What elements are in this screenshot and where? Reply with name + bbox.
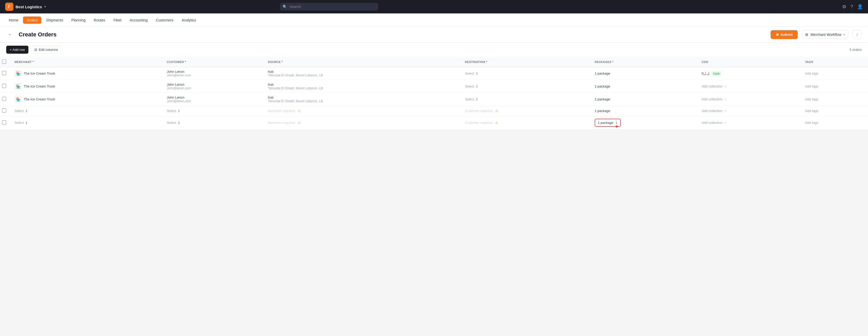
th-cod: COD <box>698 57 801 67</box>
row-checkbox[interactable] <box>2 71 6 75</box>
source-cell: Merchant required ⚠ <box>264 106 461 116</box>
source-cell: hub Tahouitat El Ghadir, Mount Lebanon, … <box>264 67 461 80</box>
merchant-name: The Ice Cream Truck <box>24 85 55 88</box>
destination-cell[interactable]: Select ▲▼ <box>461 80 591 93</box>
nav-item-analytics[interactable]: Analytics <box>178 16 200 24</box>
workflow-chevron-icon: ▾ <box>843 33 845 36</box>
nav-item-planning[interactable]: Planning <box>68 16 89 24</box>
tags-cell[interactable]: Add tags <box>801 67 868 80</box>
cod-cell[interactable]: Add collection ⇅ <box>698 116 801 130</box>
packages-cell: 1 package <box>591 80 698 93</box>
destination-chevrons-icon: ▲▼ <box>476 98 478 101</box>
row-checkbox[interactable] <box>2 84 6 88</box>
add-tags-text: Add tags <box>805 85 818 88</box>
source-warning-icon: ⚠ <box>298 109 301 113</box>
source-warning-icon: ⚠ <box>298 121 301 125</box>
merchant-cell[interactable]: Select ▲▼ <box>10 116 163 130</box>
table-row: 🏪 The Ice Cream Truck John Lenon John@le… <box>0 93 868 106</box>
app-chevron-icon: ▾ <box>44 5 46 8</box>
customer-name: John Lenon <box>167 70 259 73</box>
packages-error-indicator <box>616 126 618 128</box>
add-tags-text: Add tags <box>805 121 818 125</box>
cod-cell[interactable]: Add collection ⇅ <box>698 93 801 106</box>
destination-warning-icon: ⚠ <box>495 109 498 113</box>
submit-button[interactable]: ⊕ Submit <box>771 30 798 39</box>
add-collection-text: Add collection <box>702 97 722 101</box>
destination-required-text: Customer required <box>465 109 493 113</box>
tags-cell[interactable]: Add tags <box>801 106 868 116</box>
customer-cell: John Lenon John@lenon.com <box>163 80 264 93</box>
merchant-cell: 🏪 The Ice Cream Truck <box>10 67 163 80</box>
settings-icon[interactable]: ⚙ <box>842 4 846 9</box>
destination-warning-icon: ⚠ <box>495 121 498 125</box>
cod-chevrons-icon: ⇅ <box>724 85 726 88</box>
merchant-cell[interactable]: Select ▲▼ <box>10 106 163 116</box>
destination-chevrons-icon: ▲▼ <box>476 72 478 75</box>
add-collection-text: Add collection <box>702 121 722 125</box>
row-checkbox[interactable] <box>2 108 6 112</box>
tags-cell[interactable]: Add tags <box>801 80 868 93</box>
nav-item-routes[interactable]: Routes <box>90 16 109 24</box>
row-checkbox[interactable] <box>2 97 6 101</box>
source-name: hub <box>268 82 457 87</box>
nav-item-orders[interactable]: Orders <box>23 16 41 24</box>
source-address: Tahouitat El Ghadir, Mount Lebanon, LB <box>268 87 457 90</box>
nav-item-fleet[interactable]: Fleet <box>110 16 125 24</box>
back-button[interactable]: ← <box>6 30 14 39</box>
edit-columns-button[interactable]: ⊟ Edit columns <box>30 46 62 54</box>
cod-chevrons-icon: ⇅ <box>724 98 726 101</box>
search-container: 🔍 <box>280 3 378 10</box>
app-logo[interactable]: F Best Logistics ▾ <box>5 3 46 11</box>
cod-cash-badge: Cash <box>711 71 721 76</box>
source-required-text: Merchant required <box>268 121 295 125</box>
app-name: Best Logistics <box>16 5 42 9</box>
packages-value: 1 package <box>598 121 613 125</box>
help-icon[interactable]: ? <box>850 4 853 9</box>
row-checkbox[interactable] <box>2 120 6 124</box>
tags-cell[interactable]: Add tags <box>801 93 868 106</box>
add-row-button[interactable]: + Add row <box>6 46 28 54</box>
select-all-checkbox[interactable] <box>2 60 6 64</box>
more-options-button[interactable]: ⋮ <box>852 30 862 39</box>
th-checkbox <box>0 57 10 67</box>
packages-chevrons-icon: ▲▼ <box>615 121 618 124</box>
th-customer: CUSTOMER * <box>163 57 264 67</box>
table-row: Select ▲▼ Select ▲▼ Merchant required ⚠ … <box>0 116 868 130</box>
customer-cell[interactable]: Select ▲▼ <box>163 106 264 116</box>
destination-required-text: Customer required <box>465 121 493 125</box>
nav-item-customers[interactable]: Customers <box>152 16 177 24</box>
destination-cell[interactable]: Select ▲▼ <box>461 93 591 106</box>
th-merchant: MERCHANT * <box>10 57 163 67</box>
columns-icon: ⊟ <box>34 48 37 52</box>
source-cell: hub Tahouitat El Ghadir, Mount Lebanon, … <box>264 93 461 106</box>
user-icon[interactable]: 👤 <box>857 4 863 9</box>
source-address: Tahouitat El Ghadir, Mount Lebanon, LB <box>268 99 457 103</box>
customer-cell[interactable]: Select ▲▼ <box>163 116 264 130</box>
customer-name: John Lenon <box>167 96 259 99</box>
packages-cell: 1 package <box>591 67 698 80</box>
add-tags-text: Add tags <box>805 97 818 101</box>
destination-cell[interactable]: Select ▲▼ <box>461 67 591 80</box>
customer-chevrons-icon: ▲▼ <box>178 121 180 124</box>
packages-cell: 1 package <box>591 93 698 106</box>
source-required-text: Merchant required <box>268 109 295 113</box>
merchant-chevrons-icon: ▲▼ <box>25 121 28 124</box>
merchant-name: The Ice Cream Truck <box>24 97 55 101</box>
search-input[interactable] <box>280 3 378 10</box>
packages-highlighted-cell[interactable]: 1 package ▲▼ <box>591 116 698 130</box>
table-body: 🏪 The Ice Cream Truck John Lenon John@le… <box>0 67 868 130</box>
nav-item-home[interactable]: Home <box>5 16 22 24</box>
cod-cell[interactable]: Add collection ⇅ <box>698 106 801 116</box>
customer-email: John@lenon.com <box>167 99 259 103</box>
table-row: Select ▲▼ Select ▲▼ Merchant required ⚠ … <box>0 106 868 116</box>
tags-cell[interactable]: Add tags <box>801 116 868 130</box>
top-nav: F Best Logistics ▾ 🔍 ⚙ ? 👤 <box>0 0 868 13</box>
destination-select-text: Select <box>465 97 474 101</box>
nav-item-accounting[interactable]: Accounting <box>126 16 151 24</box>
nav-item-shipments[interactable]: Shipments <box>42 16 67 24</box>
customer-chevrons-icon: ▲▼ <box>178 109 180 112</box>
search-icon: 🔍 <box>283 5 287 9</box>
workflow-button[interactable]: ⊞ Merchant Workflow ▾ <box>802 30 848 39</box>
cod-cell[interactable]: Add collection ⇅ <box>698 80 801 93</box>
source-name: hub <box>268 70 457 73</box>
